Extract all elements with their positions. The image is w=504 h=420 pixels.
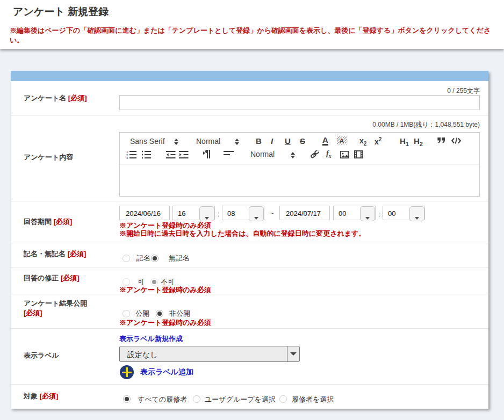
svg-text:3: 3 <box>126 156 128 159</box>
svg-text:A: A <box>339 137 344 145</box>
